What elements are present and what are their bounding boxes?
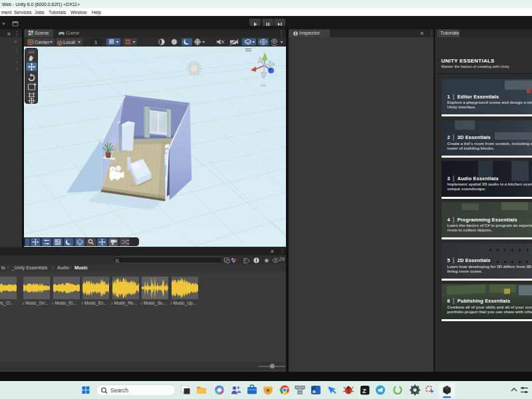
svg-text:Iso: Iso: [261, 83, 267, 87]
svg-text:Local: Local: [63, 39, 75, 45]
svg-text:Center: Center: [35, 39, 50, 45]
svg-text:Search: Search: [110, 387, 128, 394]
svg-text:a: a: [313, 388, 316, 394]
svg-text:Z: Z: [362, 388, 366, 394]
svg-text:1: 1: [94, 39, 97, 45]
